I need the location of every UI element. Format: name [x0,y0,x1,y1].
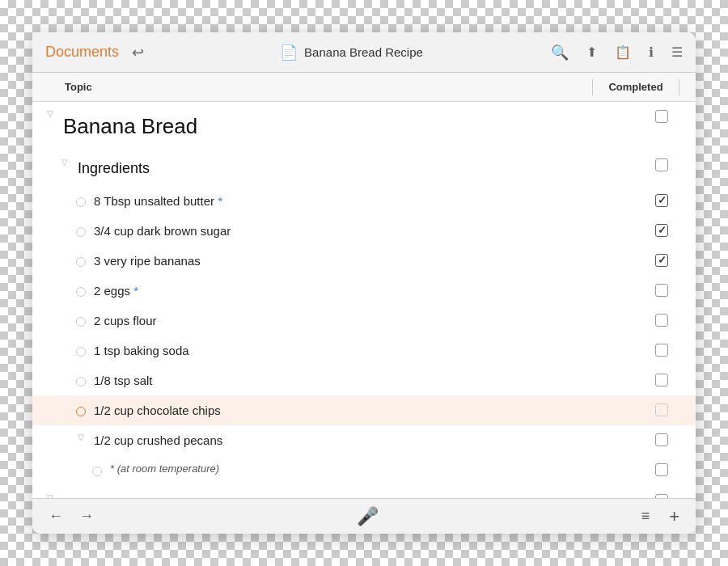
bottom-left: ← → [45,505,97,528]
row-butter: 8 Tbsp unsalted butter * [32,186,696,216]
ingredients-heading: Ingredients [73,154,637,182]
checkbox-flour[interactable] [637,309,686,327]
bananas-text: 3 very ripe bananas [89,249,637,272]
row-chocolate-chips: 1/2 cup chocolate chips [32,395,696,425]
add-icon: + [669,506,679,527]
circle-flour [76,317,86,327]
checkbox-room-temp-box[interactable] [655,463,668,476]
bullet-brown-sugar [73,219,89,237]
forward-icon: → [79,508,94,525]
checkbox-chocolate-chips-box[interactable] [655,403,668,416]
checkbox-baking-soda[interactable] [637,339,686,357]
baking-soda-text: 1 tsp baking soda [89,339,637,362]
toolbar-right: 🔍 ⬆ 📋 ℹ ☰ [548,40,686,65]
salt-text: 1/8 tsp salt [89,369,637,392]
documents-label: Documents [45,44,119,61]
checkbox-ingredients-box[interactable] [655,158,668,171]
circle-eggs [76,287,86,297]
circle-butter [76,197,86,207]
add-button[interactable]: + [666,503,683,530]
checkbox-bananas-box[interactable] [655,254,668,267]
row-salt: 1/8 tsp salt [32,365,696,395]
documents-button[interactable]: Documents [42,40,122,64]
checkbox-flour-box[interactable] [655,314,668,327]
list-button[interactable]: ≡ [638,505,654,528]
mic-icon: 🎤 [357,506,379,527]
menu-button[interactable]: ☰ [668,41,686,63]
checkbox-salt[interactable] [637,369,686,386]
checkbox-pecans[interactable] [637,429,686,446]
checkbox-bananas[interactable] [637,249,686,267]
circle-room-temp [92,467,102,476]
checkbox-room-temp[interactable] [637,458,686,476]
bullet-banana-bread: ▽ [42,105,58,118]
row-ingredients: ▽ Ingredients [32,150,696,185]
pecans-text: 1/2 cup crushed pecans [89,429,637,452]
circle-baking-soda [76,347,86,357]
checkbox-directions[interactable] [637,489,686,498]
bullet-directions: ▽ [42,489,58,498]
copy-icon: 📋 [615,44,631,60]
undo-icon: ↩ [132,44,144,61]
bullet-flour [73,309,89,327]
row-bananas: 3 very ripe bananas [32,246,696,276]
chocolate-chips-text: 1/2 cup chocolate chips [89,399,637,422]
checkbox-salt-box[interactable] [655,374,668,386]
forward-button[interactable]: → [76,505,97,528]
toolbar-title: Banana Bread Recipe [304,45,423,59]
triangle-icon: ▽ [61,158,68,167]
triangle-icon: ▽ [78,433,84,441]
row-flour: 2 cups flour [32,306,696,336]
checkbox-butter-box[interactable] [655,194,668,207]
bullet-baking-soda [73,339,89,357]
room-temp-text: * (at room temperature) [105,458,637,479]
bullet-salt [73,369,89,386]
undo-button[interactable]: ↩ [129,40,147,65]
checkbox-banana-bread-box[interactable] [655,110,668,123]
checkbox-chocolate-chips[interactable] [637,399,686,416]
checkbox-baking-soda-box[interactable] [655,344,668,357]
row-room-temp: * (at room temperature) [32,455,696,483]
eggs-text: 2 eggs * [89,279,637,302]
checkbox-eggs[interactable] [637,279,686,297]
share-icon: ⬆ [586,44,597,60]
circle-bananas [76,257,86,267]
back-button[interactable]: ← [45,505,66,528]
checkbox-pecans-box[interactable] [655,433,668,446]
bottom-toolbar: ← → 🎤 ≡ + [32,498,696,534]
doc-icon: 📄 [280,44,298,61]
app-window: Documents ↩ 📄 Banana Bread Recipe 🔍 ⬆ 📋 … [32,32,696,534]
col-divider-left [592,79,593,95]
search-button[interactable]: 🔍 [548,40,572,65]
flour-text: 2 cups flour [89,309,637,332]
checkbox-eggs-box[interactable] [655,284,668,297]
circle-brown-sugar [76,227,86,237]
row-baking-soda: 1 tsp baking soda [32,336,696,365]
banana-bread-title: Banana Bread [58,105,637,147]
menu-icon: ☰ [671,44,683,60]
row-banana-bread-title: ▽ Banana Bread [32,102,696,150]
bullet-chocolate-chips [73,399,89,416]
checkbox-ingredients[interactable] [637,154,686,171]
completed-column-header: Completed [599,81,672,93]
bottom-center: 🎤 [353,503,382,530]
mic-button[interactable]: 🎤 [353,503,382,530]
triangle-icon: ▽ [47,109,53,118]
share-button[interactable]: ⬆ [583,41,600,63]
bullet-butter [73,189,89,207]
bullet-room-temp [89,458,105,476]
checkbox-brown-sugar[interactable] [637,219,686,237]
checkbox-butter[interactable] [637,189,686,207]
checkbox-banana-bread[interactable] [637,105,686,123]
toolbar: Documents ↩ 📄 Banana Bread Recipe 🔍 ⬆ 📋 … [32,32,696,73]
info-icon: ℹ [649,44,654,60]
copy-button[interactable]: 📋 [612,41,634,63]
topic-column-header: Topic [58,81,586,93]
checkbox-brown-sugar-box[interactable] [655,224,668,237]
circle-salt [76,377,86,386]
bullet-eggs [73,279,89,297]
circle-chocolate-chips [76,407,86,416]
row-pecans: ▽ 1/2 cup crushed pecans [32,425,696,455]
content-area: ▽ Banana Bread ▽ Ingredients 8 Tbsp unsa… [32,102,696,498]
info-button[interactable]: ℹ [645,41,657,63]
